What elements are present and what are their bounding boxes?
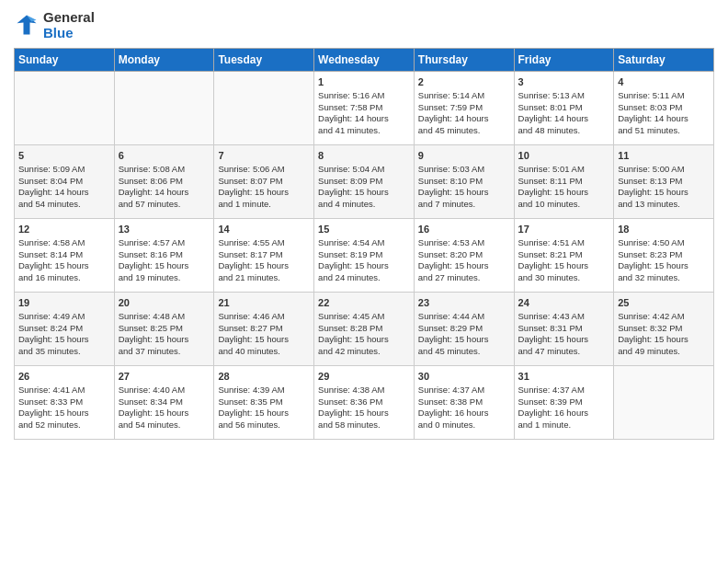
calendar-cell: 1Sunrise: 5:16 AM Sunset: 7:58 PM Daylig… bbox=[314, 72, 415, 145]
calendar-cell: 3Sunrise: 5:13 AM Sunset: 8:01 PM Daylig… bbox=[514, 72, 614, 145]
page: General Blue SundayMondayTuesdayWednesda… bbox=[0, 0, 728, 563]
cell-info: Sunrise: 4:41 AM Sunset: 8:33 PM Dayligh… bbox=[18, 385, 110, 431]
weekday-header-tuesday: Tuesday bbox=[214, 49, 314, 72]
calendar-cell: 23Sunrise: 4:44 AM Sunset: 8:29 PM Dayli… bbox=[414, 293, 514, 366]
day-number: 1 bbox=[318, 75, 410, 89]
calendar-cell: 24Sunrise: 4:43 AM Sunset: 8:31 PM Dayli… bbox=[514, 293, 614, 366]
calendar-cell: 8Sunrise: 5:04 AM Sunset: 8:09 PM Daylig… bbox=[314, 145, 415, 219]
calendar-week-row: 19Sunrise: 4:49 AM Sunset: 8:24 PM Dayli… bbox=[15, 293, 714, 366]
calendar-cell: 13Sunrise: 4:57 AM Sunset: 8:16 PM Dayli… bbox=[114, 219, 214, 293]
logo-text: General Blue bbox=[43, 9, 95, 40]
calendar-cell: 17Sunrise: 4:51 AM Sunset: 8:21 PM Dayli… bbox=[514, 219, 614, 293]
weekday-header-sunday: Sunday bbox=[15, 49, 115, 72]
svg-marker-0 bbox=[17, 16, 37, 35]
calendar-cell: 14Sunrise: 4:55 AM Sunset: 8:17 PM Dayli… bbox=[214, 219, 314, 293]
weekday-header-thursday: Thursday bbox=[414, 49, 514, 72]
weekday-header-monday: Monday bbox=[114, 49, 214, 72]
calendar-cell: 4Sunrise: 5:11 AM Sunset: 8:03 PM Daylig… bbox=[614, 72, 714, 145]
day-number: 24 bbox=[518, 296, 610, 310]
cell-info: Sunrise: 4:55 AM Sunset: 8:17 PM Dayligh… bbox=[218, 237, 310, 284]
calendar-cell: 27Sunrise: 4:40 AM Sunset: 8:34 PM Dayli… bbox=[114, 366, 214, 440]
day-number: 31 bbox=[518, 370, 610, 384]
day-number: 11 bbox=[618, 149, 710, 163]
cell-info: Sunrise: 5:01 AM Sunset: 8:11 PM Dayligh… bbox=[518, 164, 610, 211]
day-number: 30 bbox=[418, 370, 510, 384]
cell-info: Sunrise: 4:45 AM Sunset: 8:28 PM Dayligh… bbox=[318, 311, 410, 358]
cell-info: Sunrise: 4:43 AM Sunset: 8:31 PM Dayligh… bbox=[518, 311, 610, 358]
cell-info: Sunrise: 4:54 AM Sunset: 8:19 PM Dayligh… bbox=[318, 237, 410, 284]
cell-info: Sunrise: 4:37 AM Sunset: 8:39 PM Dayligh… bbox=[518, 385, 610, 431]
calendar-cell: 2Sunrise: 5:14 AM Sunset: 7:59 PM Daylig… bbox=[414, 72, 514, 145]
calendar-cell: 31Sunrise: 4:37 AM Sunset: 8:39 PM Dayli… bbox=[514, 366, 614, 440]
day-number: 27 bbox=[119, 370, 210, 384]
calendar-week-row: 12Sunrise: 4:58 AM Sunset: 8:14 PM Dayli… bbox=[15, 219, 714, 293]
day-number: 22 bbox=[318, 296, 410, 310]
calendar-cell bbox=[114, 72, 214, 145]
weekday-header-friday: Friday bbox=[514, 49, 614, 72]
cell-info: Sunrise: 5:13 AM Sunset: 8:01 PM Dayligh… bbox=[518, 90, 610, 137]
calendar-cell: 5Sunrise: 5:09 AM Sunset: 8:04 PM Daylig… bbox=[15, 145, 115, 219]
calendar-cell: 29Sunrise: 4:38 AM Sunset: 8:36 PM Dayli… bbox=[314, 366, 415, 440]
cell-info: Sunrise: 5:03 AM Sunset: 8:10 PM Dayligh… bbox=[418, 164, 510, 211]
weekday-header-row: SundayMondayTuesdayWednesdayThursdayFrid… bbox=[15, 49, 714, 72]
calendar-week-row: 1Sunrise: 5:16 AM Sunset: 7:58 PM Daylig… bbox=[15, 72, 714, 145]
day-number: 13 bbox=[119, 223, 210, 236]
cell-info: Sunrise: 5:16 AM Sunset: 7:58 PM Dayligh… bbox=[318, 90, 410, 137]
calendar-cell: 25Sunrise: 4:42 AM Sunset: 8:32 PM Dayli… bbox=[614, 293, 714, 366]
calendar-cell bbox=[15, 72, 115, 145]
day-number: 17 bbox=[518, 223, 610, 236]
cell-info: Sunrise: 4:53 AM Sunset: 8:20 PM Dayligh… bbox=[418, 237, 510, 284]
calendar-cell: 9Sunrise: 5:03 AM Sunset: 8:10 PM Daylig… bbox=[414, 145, 514, 219]
day-number: 8 bbox=[318, 149, 410, 163]
day-number: 6 bbox=[119, 149, 210, 163]
calendar-cell: 28Sunrise: 4:39 AM Sunset: 8:35 PM Dayli… bbox=[214, 366, 314, 440]
calendar-cell: 11Sunrise: 5:00 AM Sunset: 8:13 PM Dayli… bbox=[614, 145, 714, 219]
calendar-cell: 19Sunrise: 4:49 AM Sunset: 8:24 PM Dayli… bbox=[15, 293, 115, 366]
cell-info: Sunrise: 5:04 AM Sunset: 8:09 PM Dayligh… bbox=[318, 164, 410, 211]
calendar-week-row: 26Sunrise: 4:41 AM Sunset: 8:33 PM Dayli… bbox=[15, 366, 714, 440]
calendar-cell: 6Sunrise: 5:08 AM Sunset: 8:06 PM Daylig… bbox=[114, 145, 214, 219]
calendar-week-row: 5Sunrise: 5:09 AM Sunset: 8:04 PM Daylig… bbox=[15, 145, 714, 219]
day-number: 7 bbox=[218, 149, 310, 163]
day-number: 25 bbox=[618, 296, 710, 310]
day-number: 4 bbox=[618, 75, 710, 89]
day-number: 2 bbox=[418, 75, 510, 89]
cell-info: Sunrise: 4:44 AM Sunset: 8:29 PM Dayligh… bbox=[418, 311, 510, 358]
calendar-cell bbox=[214, 72, 314, 145]
cell-info: Sunrise: 4:40 AM Sunset: 8:34 PM Dayligh… bbox=[119, 385, 210, 431]
day-number: 3 bbox=[518, 75, 610, 89]
day-number: 26 bbox=[18, 370, 110, 384]
day-number: 16 bbox=[418, 223, 510, 236]
cell-info: Sunrise: 5:14 AM Sunset: 7:59 PM Dayligh… bbox=[418, 90, 510, 137]
cell-info: Sunrise: 4:46 AM Sunset: 8:27 PM Dayligh… bbox=[218, 311, 310, 358]
cell-info: Sunrise: 4:48 AM Sunset: 8:25 PM Dayligh… bbox=[119, 311, 210, 358]
day-number: 21 bbox=[218, 296, 310, 310]
day-number: 28 bbox=[218, 370, 310, 384]
cell-info: Sunrise: 4:42 AM Sunset: 8:32 PM Dayligh… bbox=[618, 311, 710, 358]
calendar-cell: 16Sunrise: 4:53 AM Sunset: 8:20 PM Dayli… bbox=[414, 219, 514, 293]
calendar-cell: 26Sunrise: 4:41 AM Sunset: 8:33 PM Dayli… bbox=[15, 366, 115, 440]
cell-info: Sunrise: 4:38 AM Sunset: 8:36 PM Dayligh… bbox=[318, 385, 410, 431]
calendar-cell: 7Sunrise: 5:06 AM Sunset: 8:07 PM Daylig… bbox=[214, 145, 314, 219]
day-number: 18 bbox=[618, 223, 710, 236]
weekday-header-wednesday: Wednesday bbox=[314, 49, 415, 72]
day-number: 10 bbox=[518, 149, 610, 163]
cell-info: Sunrise: 5:11 AM Sunset: 8:03 PM Dayligh… bbox=[618, 90, 710, 137]
day-number: 15 bbox=[318, 223, 410, 236]
cell-info: Sunrise: 5:09 AM Sunset: 8:04 PM Dayligh… bbox=[18, 164, 110, 211]
cell-info: Sunrise: 5:08 AM Sunset: 8:06 PM Dayligh… bbox=[119, 164, 210, 211]
calendar-cell: 12Sunrise: 4:58 AM Sunset: 8:14 PM Dayli… bbox=[15, 219, 115, 293]
calendar-table: SundayMondayTuesdayWednesdayThursdayFrid… bbox=[14, 48, 714, 440]
day-number: 20 bbox=[119, 296, 210, 310]
day-number: 5 bbox=[18, 149, 110, 163]
day-number: 9 bbox=[418, 149, 510, 163]
logo: General Blue bbox=[14, 9, 95, 40]
cell-info: Sunrise: 4:58 AM Sunset: 8:14 PM Dayligh… bbox=[18, 237, 110, 284]
header: General Blue bbox=[14, 9, 714, 40]
cell-info: Sunrise: 5:00 AM Sunset: 8:13 PM Dayligh… bbox=[618, 164, 710, 211]
cell-info: Sunrise: 4:39 AM Sunset: 8:35 PM Dayligh… bbox=[218, 385, 310, 431]
cell-info: Sunrise: 4:37 AM Sunset: 8:38 PM Dayligh… bbox=[418, 385, 510, 431]
calendar-cell: 20Sunrise: 4:48 AM Sunset: 8:25 PM Dayli… bbox=[114, 293, 214, 366]
cell-info: Sunrise: 4:49 AM Sunset: 8:24 PM Dayligh… bbox=[18, 311, 110, 358]
weekday-header-saturday: Saturday bbox=[614, 49, 714, 72]
